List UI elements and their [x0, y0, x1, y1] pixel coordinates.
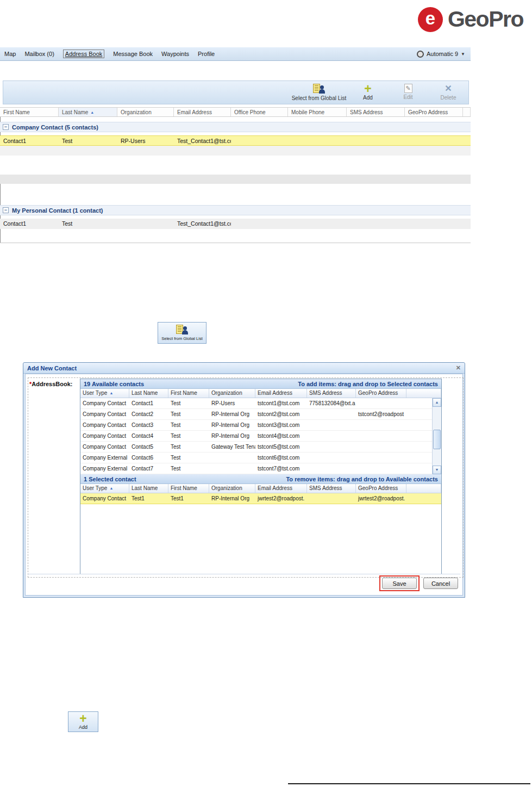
main-navbar: Map Mailbox (0) Address Book Message Boo…	[0, 47, 471, 61]
addressbook-field-label: *AddressBook:	[29, 381, 72, 387]
col-office-phone[interactable]: Office Phone	[231, 108, 288, 116]
scroll-down-icon[interactable]: ▼	[433, 466, 441, 474]
col-last-name[interactable]: Last Name	[129, 389, 168, 398]
cell-first-name: Contact1	[0, 219, 59, 229]
cell-user-type: Company Contact	[80, 420, 129, 430]
nav-tab[interactable]: Profile	[198, 51, 215, 57]
col-organization[interactable]: Organization	[117, 108, 174, 116]
col-organization[interactable]: Organization	[209, 484, 255, 493]
select-from-global-list-button[interactable]: Select from Global List	[287, 83, 351, 103]
nav-tab[interactable]: Address Book	[63, 49, 104, 58]
table-row-personal-contact1[interactable]: Contact1 Test Test_Contact1@tst.com	[0, 219, 471, 229]
col-last-name[interactable]: Last Name	[129, 484, 168, 493]
collapse-icon[interactable]: −	[3, 124, 9, 130]
col-sms-address[interactable]: SMS Address	[347, 108, 405, 116]
vertical-scrollbar[interactable]: ▲ ▼	[432, 398, 441, 474]
col-last-name[interactable]: Last Name▲	[59, 108, 117, 116]
edit-button[interactable]: ✎ Edit	[392, 83, 424, 103]
col-first-name[interactable]: First Name	[0, 108, 59, 116]
cell-organization: RP-Internal Org	[209, 493, 255, 504]
screenshot-bottom-edge	[0, 243, 471, 243]
table-row-company-contact1[interactable]: Contact1 Test RP-Users Test_Contact1@tst…	[0, 135, 471, 146]
cell-first-name: Test	[168, 409, 209, 419]
select-from-global-list-label: Select from Global List	[292, 95, 347, 101]
cell-email-address: tstcont6@tst.com	[255, 453, 307, 463]
cell-first-name: Test	[168, 442, 209, 452]
select-from-global-list-button-callout[interactable]: Select from Global List	[158, 322, 206, 344]
col-first-name[interactable]: First Name	[168, 389, 209, 398]
available-hint: To add items: drag and drop to Selected …	[298, 381, 438, 387]
col-email-address[interactable]: Email Address	[174, 108, 231, 116]
cell-sms-address	[307, 453, 356, 463]
cell-last-name: Contact5	[129, 442, 168, 452]
collapse-icon[interactable]: −	[3, 207, 9, 213]
add-new-contact-dialog: Add New Contact ✕ *AddressBook: 19 Avail…	[23, 362, 465, 598]
available-contact-row[interactable]: Company Contact Contact1 Test RP-Users t…	[80, 398, 432, 409]
cell-sms-address	[347, 136, 405, 145]
cell-geopro-address: jwrtest2@roadpost.	[356, 493, 406, 504]
available-contact-row[interactable]: Company External Contact7 Test tstcont7@…	[80, 463, 432, 474]
cell-email-address: tstcont5@tst.com	[255, 442, 307, 452]
scroll-up-icon[interactable]: ▲	[433, 398, 441, 407]
col-sms-address[interactable]: SMS Address	[307, 484, 356, 493]
col-user-type[interactable]: User Type▲	[80, 484, 129, 493]
save-button[interactable]: Save	[382, 578, 417, 589]
cell-first-name: Test	[168, 463, 209, 474]
col-organization[interactable]: Organization	[209, 389, 255, 398]
delete-button[interactable]: ✕ Delete	[433, 83, 464, 103]
col-geopro-address[interactable]: GeoPro Address	[356, 484, 406, 493]
button-label: Add	[79, 724, 87, 730]
col-geopro-address[interactable]: GeoPro Address	[405, 108, 463, 116]
nav-tab[interactable]: Waypoints	[161, 51, 189, 57]
col-mobile-phone[interactable]: Mobile Phone	[288, 108, 347, 116]
col-email-address[interactable]: Email Address	[255, 389, 307, 398]
cell-organization: RP-Internal Org	[209, 431, 255, 441]
cell-sms-address	[347, 219, 405, 229]
available-contact-row[interactable]: Company Contact Contact3 Test RP-Interna…	[80, 420, 432, 431]
cell-sms-address	[307, 493, 356, 504]
add-button-callout[interactable]: + Add	[68, 711, 98, 732]
col-email-address[interactable]: Email Address	[255, 484, 307, 493]
cell-email-address: tstcont7@tst.com	[255, 463, 307, 474]
available-contact-row[interactable]: Company Contact Contact5 Test Gateway Te…	[80, 442, 432, 453]
col-sms-address[interactable]: SMS Address	[307, 389, 356, 398]
cell-user-type: Company Contact	[80, 431, 129, 441]
chevron-down-icon: ▼	[461, 52, 465, 57]
group-header-company-contact[interactable]: − Company Contact (5 contacts)	[0, 122, 471, 132]
cell-user-type: Company Contact	[80, 409, 129, 419]
cell-user-type: Company External	[80, 453, 129, 463]
group-header-personal-contact[interactable]: − My Personal Contact (1 contact)	[0, 205, 471, 215]
cell-organization	[117, 219, 174, 229]
scrollbar-thumb[interactable]	[433, 430, 441, 449]
selected-contact-row[interactable]: Company Contact Test1 Test1 RP-Internal …	[80, 493, 441, 504]
available-count-label: 19 Available contacts	[84, 381, 144, 387]
col-user-type[interactable]: User Type▲	[80, 389, 129, 398]
group-header-label: My Personal Contact (1 contact)	[12, 207, 103, 214]
col-first-name[interactable]: First Name	[168, 484, 209, 493]
cell-geopro-address	[405, 219, 463, 229]
add-button[interactable]: + Add	[352, 83, 384, 103]
available-contact-row[interactable]: Company Contact Contact2 Test RP-Interna…	[80, 409, 432, 420]
plus-icon: +	[364, 84, 371, 94]
available-contact-row[interactable]: Company External Contact6 Test tstcont6@…	[80, 453, 432, 463]
col-filler	[406, 389, 441, 398]
cell-geopro-address	[356, 431, 406, 441]
selected-list-empty-area	[80, 504, 441, 574]
cancel-button[interactable]: Cancel	[423, 578, 458, 589]
col-geopro-address[interactable]: GeoPro Address	[356, 389, 406, 398]
user-badge-icon	[417, 51, 424, 58]
cell-organization: RP-Users	[209, 398, 255, 408]
close-icon[interactable]: ✕	[456, 364, 461, 371]
nav-tab[interactable]: Mailbox (0)	[24, 51, 54, 57]
edit-label: Edit	[403, 94, 412, 100]
dialog-footer: Save Cancel	[379, 575, 458, 591]
nav-tab[interactable]: Map	[4, 51, 16, 57]
delete-label: Delete	[441, 95, 456, 101]
available-contact-row[interactable]: Company Contact Contact4 Test RP-Interna…	[80, 431, 432, 442]
dialog-titlebar[interactable]: Add New Contact ✕	[23, 363, 465, 374]
empty-row	[0, 175, 471, 184]
user-menu[interactable]: Automatic 9 ▼	[417, 51, 465, 58]
cell-sms-address	[307, 409, 356, 419]
cell-sms-address	[307, 442, 356, 452]
nav-tab[interactable]: Message Book	[113, 51, 153, 57]
